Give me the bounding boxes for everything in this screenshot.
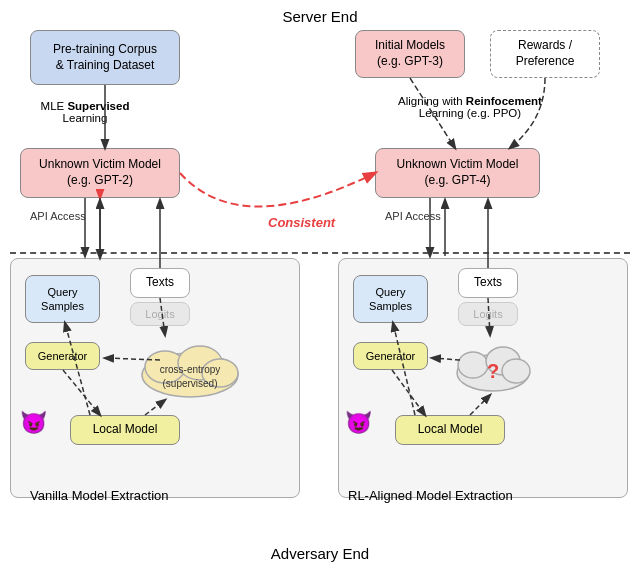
consistent-label: Consistent [268,215,335,230]
initial-models-label: Initial Models(e.g. GPT-3) [375,38,445,69]
right-query-label: QuerySamples [369,285,412,314]
svg-text:?: ? [487,360,499,382]
corpus-box: Pre-training Corpus& Training Dataset [30,30,180,85]
right-devil-icon: 😈 [345,410,372,436]
left-texts-label: Texts [146,275,174,291]
question-cloud: ? [448,335,538,395]
rl-aligned-label: RL-Aligned Model Extraction [348,488,513,503]
left-query-label: QuerySamples [41,285,84,314]
mle-label: MLE SupervisedLearning [20,100,150,124]
server-end-label: Server End [282,8,357,25]
left-api-label: API Access [30,210,86,222]
right-logits-label: Logits [473,307,502,321]
corpus-label: Pre-training Corpus& Training Dataset [53,42,157,73]
svg-text:cross-entropy: cross-entropy [160,364,221,375]
svg-point-9 [502,359,530,383]
left-victim-model: Unknown Victim Model(e.g. GPT-2) [20,148,180,198]
left-texts-box: Texts [130,268,190,298]
diagram-container: Server End Adversary End Pre-training Co… [0,0,640,570]
rewards-label: Rewards /Preference [516,38,575,69]
vanilla-label: Vanilla Model Extraction [30,488,169,503]
adversary-end-label: Adversary End [271,545,369,562]
left-logits-box: Logits [130,302,190,326]
right-victim-model: Unknown Victim Model(e.g. GPT-4) [375,148,540,198]
right-query-samples: QuerySamples [353,275,428,323]
right-victim-label: Unknown Victim Model(e.g. GPT-4) [397,157,519,188]
left-generator-label: Generator [38,349,88,363]
initial-models-box: Initial Models(e.g. GPT-3) [355,30,465,78]
left-local-model-label: Local Model [93,422,158,438]
right-local-model-label: Local Model [418,422,483,438]
left-local-model: Local Model [70,415,180,445]
right-generator-label: Generator [366,349,416,363]
rl-label: Aligning with ReinfocementLearning (e.g.… [360,95,580,119]
svg-text:(supervised): (supervised) [162,378,217,389]
right-texts-box: Texts [458,268,518,298]
left-victim-label: Unknown Victim Model(e.g. GPT-2) [39,157,161,188]
right-api-label: API Access [385,210,441,222]
right-generator: Generator [353,342,428,370]
left-generator: Generator [25,342,100,370]
left-devil-icon: 😈 [20,410,47,436]
right-logits-box: Logits [458,302,518,326]
cross-entropy-cloud: cross-entropy (supervised) [130,335,250,400]
rewards-box: Rewards /Preference [490,30,600,78]
right-texts-label: Texts [474,275,502,291]
section-divider [10,252,630,254]
svg-point-7 [458,352,488,378]
left-logits-label: Logits [145,307,174,321]
left-query-samples: QuerySamples [25,275,100,323]
right-local-model: Local Model [395,415,505,445]
